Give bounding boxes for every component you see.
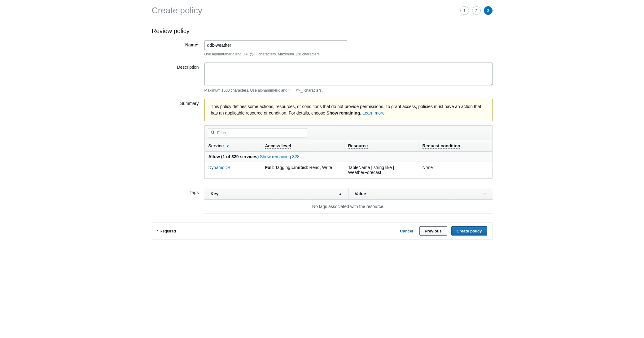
description-label: Description	[152, 63, 204, 97]
create-policy-button[interactable]: Create policy	[451, 226, 487, 236]
tags-label: Tags	[152, 188, 204, 214]
tags-empty: No tags associated with the resource.	[204, 200, 493, 214]
name-label: Name*	[152, 40, 204, 61]
filter-box[interactable]	[208, 128, 307, 137]
wizard-steps: 1 2 3	[460, 6, 493, 15]
service-link[interactable]: DynamoDB	[208, 165, 231, 170]
resource-cell: TableName | string like | WeatherForecas…	[344, 162, 419, 178]
caret-down-icon: ▼	[226, 145, 229, 148]
allow-summary-row: Allow (1 of 329 services) Show remaining…	[205, 152, 492, 162]
wizard-step-3[interactable]: 3	[484, 6, 493, 15]
access-cell: Full: Tagging Limited: Read, Write	[261, 162, 344, 178]
page-title: Create policy	[152, 6, 202, 15]
required-note: * Required	[157, 229, 176, 233]
col-access-header[interactable]: Access level	[261, 140, 344, 151]
filter-input[interactable]	[217, 130, 304, 136]
filter-bar	[205, 126, 492, 140]
footer: * Required Cancel Previous Create policy	[152, 222, 493, 240]
page-header: Create policy 1 2 3	[152, 0, 493, 21]
summary-row: Summary This policy defines some actions…	[152, 99, 493, 179]
name-row: Name* Use alphanumeric and '+=,.@-_' cha…	[152, 40, 493, 61]
summary-table-head: Service ▼ Access level Resource Request …	[205, 140, 492, 152]
description-input[interactable]	[204, 63, 493, 85]
request-cell: None	[419, 162, 492, 178]
section-title: Review policy	[152, 28, 493, 35]
col-resource-header[interactable]: Resource	[344, 140, 419, 151]
summary-warning: This policy defines some actions, resour…	[204, 99, 493, 121]
sort-asc-icon: ▲	[339, 192, 342, 196]
wizard-step-2[interactable]: 2	[472, 6, 481, 15]
show-remaining-link[interactable]: Show remaining 328	[260, 154, 300, 159]
tags-row: Tags Key ▲ Value No tags associated with…	[152, 188, 493, 214]
col-service-header[interactable]: Service ▼	[205, 140, 261, 151]
sort-desc-icon	[483, 193, 486, 195]
wizard-step-1[interactable]: 1	[460, 6, 469, 15]
description-hint: Maximum 1000 characters. Use alphanumeri…	[204, 88, 493, 93]
tags-key-header[interactable]: Key ▲	[204, 188, 348, 199]
tags-table-head: Key ▲ Value	[204, 188, 493, 200]
search-icon	[211, 130, 215, 135]
footer-actions: Cancel Previous Create policy	[398, 226, 487, 236]
previous-button[interactable]: Previous	[419, 226, 447, 236]
warning-bold: Show remaining.	[326, 110, 361, 115]
name-hint: Use alphanumeric and '+=,.@-_' character…	[204, 52, 493, 56]
svg-line-1	[213, 133, 214, 134]
cancel-button[interactable]: Cancel	[398, 228, 415, 234]
description-row: Description Maximum 1000 characters. Use…	[152, 63, 493, 97]
learn-more-link[interactable]: Learn more	[362, 110, 385, 115]
summary-panel: Service ▼ Access level Resource Request …	[204, 125, 493, 179]
allow-count: Allow (1 of 329 services)	[208, 154, 259, 159]
summary-label: Summary	[152, 99, 204, 179]
table-row: DynamoDB Full: Tagging Limited: Read, Wr…	[205, 162, 492, 178]
svg-point-0	[211, 131, 213, 133]
col-request-header[interactable]: Request condition	[419, 140, 492, 151]
tags-value-header[interactable]: Value	[348, 188, 493, 199]
name-input[interactable]	[204, 40, 347, 50]
